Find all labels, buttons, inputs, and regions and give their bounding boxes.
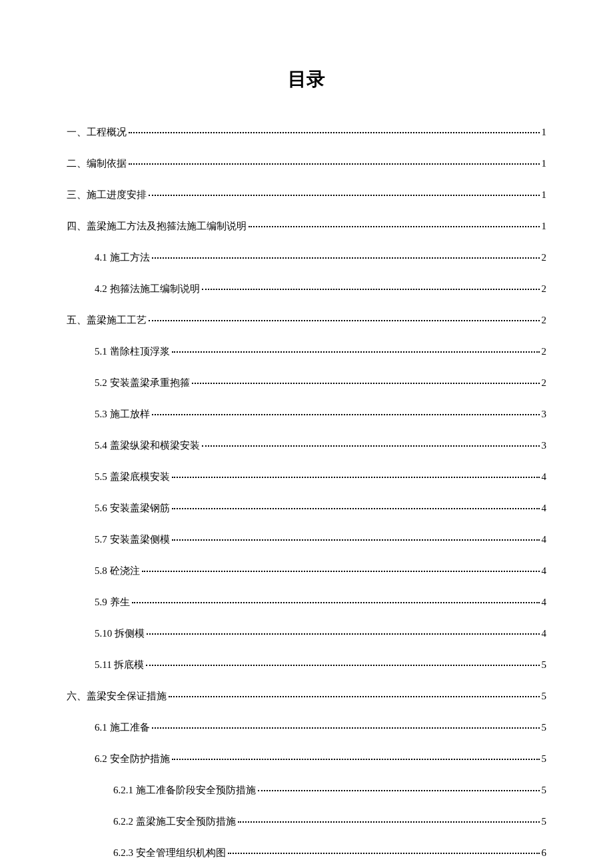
toc-entry-page: 2 [542,251,547,265]
toc-leader-dots [249,226,540,227]
toc-entry: 6.2.1 施工准备阶段安全预防措施5 [113,783,546,797]
toc-entry-page: 2 [542,345,547,359]
toc-leader-dots [149,195,540,196]
toc-entry: 一、工程概况1 [67,125,546,139]
toc-entry: 4.1 施工方法2 [95,251,546,265]
toc-entry: 5.5 盖梁底模安装4 [95,470,546,484]
toc-entry-text: 4.2 抱箍法施工编制说明 [95,282,200,296]
toc-entry: 6.2.2 盖梁施工安全预防措施5 [113,815,546,829]
toc-entry-page: 4 [542,533,547,547]
toc-entry-page: 1 [542,157,547,171]
toc-entry: 5.3 施工放样3 [95,407,546,421]
toc-entry: 六、盖梁安全保证措施5 [67,689,546,703]
toc-entry: 5.1 凿除柱顶浮浆2 [95,345,546,359]
toc-leader-dots [152,414,540,415]
toc-entry-text: 5.8 砼浇注 [95,564,140,578]
toc-entry-page: 5 [542,721,547,735]
toc-entry-text: 6.1 施工准备 [95,721,150,735]
toc-leader-dots [146,665,539,666]
toc-entry-text: 5.6 安装盖梁钢筋 [95,501,170,515]
toc-entry-text: 四、盖梁施工方法及抱箍法施工编制说明 [67,219,247,233]
toc-leader-dots [169,696,540,697]
toc-entry: 二、编制依据1 [67,157,546,171]
toc-leader-dots [202,445,540,447]
toc-leader-dots [129,163,540,165]
toc-container: 一、工程概况1二、编制依据1三、施工进度安排1四、盖梁施工方法及抱箍法施工编制说… [67,125,546,860]
toc-entry-text: 6.2 安全防护措施 [95,752,170,766]
toc-entry-page: 4 [542,501,547,515]
toc-leader-dots [132,602,540,603]
toc-leader-dots [147,633,540,635]
toc-entry-page: 5 [542,658,547,672]
toc-entry-page: 4 [542,564,547,578]
toc-entry-page: 5 [542,689,547,703]
toc-entry: 6.2.3 安全管理组织机构图6 [113,846,546,860]
toc-entry-page: 6 [542,846,547,860]
toc-entry-text: 6.2.2 盖梁施工安全预防措施 [113,815,236,829]
toc-leader-dots [172,759,540,760]
toc-entry: 5.2 安装盖梁承重抱箍2 [95,376,546,390]
toc-entry-page: 2 [542,282,547,296]
toc-entry-page: 2 [542,376,547,390]
toc-entry: 5.9 养生4 [95,595,546,609]
toc-leader-dots [152,727,540,729]
toc-leader-dots [172,351,540,353]
toc-entry-text: 5.10 拆侧模 [95,627,145,641]
toc-entry-page: 2 [542,313,547,327]
toc-entry: 6.2 安全防护措施5 [95,752,546,766]
toc-entry-text: 5.1 凿除柱顶浮浆 [95,345,170,359]
toc-entry-text: 5.7 安装盖梁侧模 [95,533,170,547]
toc-entry: 四、盖梁施工方法及抱箍法施工编制说明1 [67,219,546,233]
toc-entry: 三、施工进度安排1 [67,188,546,202]
toc-entry: 6.1 施工准备5 [95,721,546,735]
toc-entry-page: 1 [542,125,547,139]
toc-leader-dots [192,383,540,384]
toc-leader-dots [142,571,540,572]
toc-entry-page: 5 [542,783,547,797]
toc-entry-page: 3 [542,407,547,421]
toc-entry-text: 二、编制依据 [67,157,127,171]
toc-leader-dots [172,508,540,509]
toc-entry-page: 5 [542,752,547,766]
toc-entry: 5.8 砼浇注4 [95,564,546,578]
toc-entry-page: 5 [542,815,547,829]
toc-entry-text: 5.9 养生 [95,595,130,609]
toc-entry-page: 4 [542,595,547,609]
toc-entry-text: 六、盖梁安全保证措施 [67,689,167,703]
toc-entry-text: 4.1 施工方法 [95,251,150,265]
toc-title: 目录 [67,67,546,92]
toc-entry-text: 5.2 安装盖梁承重抱箍 [95,376,190,390]
toc-entry: 5.7 安装盖梁侧模4 [95,533,546,547]
toc-entry-text: 5.5 盖梁底模安装 [95,470,170,484]
toc-entry-text: 5.4 盖梁纵梁和横梁安装 [95,439,200,453]
toc-leader-dots [202,289,540,290]
toc-leader-dots [172,477,540,478]
toc-entry-page: 4 [542,470,547,484]
toc-entry-text: 五、盖梁施工工艺 [67,313,147,327]
toc-entry-text: 5.3 施工放样 [95,407,150,421]
toc-leader-dots [149,320,540,321]
toc-entry: 4.2 抱箍法施工编制说明2 [95,282,546,296]
toc-entry-text: 三、施工进度安排 [67,188,147,202]
toc-leader-dots [152,257,540,259]
toc-entry-page: 4 [542,627,547,641]
toc-entry-page: 3 [542,439,547,453]
toc-entry: 5.6 安装盖梁钢筋4 [95,501,546,515]
toc-entry: 5.4 盖梁纵梁和横梁安装3 [95,439,546,453]
toc-leader-dots [172,539,540,541]
toc-leader-dots [238,821,540,823]
toc-entry-text: 一、工程概况 [67,125,127,139]
toc-entry-text: 5.11 拆底模 [95,658,144,672]
toc-leader-dots [228,853,540,854]
toc-entry-text: 6.2.1 施工准备阶段安全预防措施 [113,783,256,797]
toc-entry: 5.11 拆底模5 [95,658,546,672]
toc-entry-text: 6.2.3 安全管理组织机构图 [113,846,226,860]
toc-entry-page: 1 [542,219,547,233]
toc-leader-dots [129,132,540,133]
toc-entry: 五、盖梁施工工艺2 [67,313,546,327]
toc-entry: 5.10 拆侧模4 [95,627,546,641]
toc-leader-dots [258,790,540,791]
toc-entry-page: 1 [542,188,547,202]
